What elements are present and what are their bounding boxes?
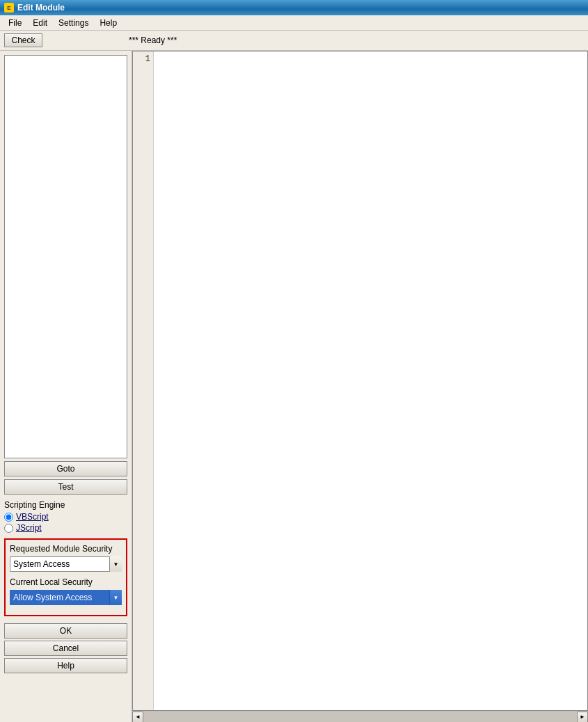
menu-settings[interactable]: Settings bbox=[53, 17, 94, 29]
menu-edit[interactable]: Edit bbox=[27, 17, 53, 29]
main-container: Check *** Ready *** Goto Test Scripting … bbox=[0, 31, 588, 722]
goto-button[interactable]: Goto bbox=[4, 461, 127, 476]
app-icon: E bbox=[4, 3, 14, 13]
menu-file[interactable]: File bbox=[3, 17, 27, 29]
vbscript-radio[interactable] bbox=[4, 513, 13, 522]
current-security-label: Current Local Security bbox=[10, 577, 122, 587]
content-area: Goto Test Scripting Engine VBScript JScr… bbox=[0, 51, 588, 722]
security-section: Requested Module Security System Access … bbox=[4, 538, 127, 616]
menu-help[interactable]: Help bbox=[94, 17, 122, 29]
script-list[interactable] bbox=[4, 55, 127, 458]
scroll-left-button[interactable]: ◄ bbox=[132, 712, 143, 723]
right-panel: 1 ◄ ► bbox=[132, 51, 588, 722]
editor-area: 1 bbox=[132, 51, 588, 711]
requested-security-dropdown-wrapper: System Access No Access ▼ bbox=[10, 556, 122, 572]
ok-button[interactable]: OK bbox=[4, 623, 127, 639]
bottom-buttons: OK Cancel Help bbox=[4, 623, 127, 673]
scrollbar-track[interactable] bbox=[143, 712, 577, 722]
current-security-select[interactable]: Allow System Access Deny Access bbox=[10, 590, 122, 605]
requested-security-select[interactable]: System Access No Access bbox=[10, 556, 122, 572]
current-security-dropdown-wrapper: Allow System Access Deny Access ▼ bbox=[10, 590, 122, 605]
scroll-right-button[interactable]: ► bbox=[577, 712, 588, 723]
line-numbers: 1 bbox=[133, 51, 154, 710]
help-button[interactable]: Help bbox=[4, 658, 127, 673]
check-button[interactable]: Check bbox=[4, 33, 42, 47]
vbscript-option[interactable]: VBScript bbox=[4, 512, 127, 522]
scripting-engine-section: Scripting Engine VBScript JScript bbox=[4, 500, 127, 533]
vbscript-label: VBScript bbox=[16, 512, 49, 522]
current-security-group: Current Local Security Allow System Acce… bbox=[10, 577, 122, 605]
title-bar: E Edit Module bbox=[0, 0, 588, 15]
scripting-engine-label: Scripting Engine bbox=[4, 500, 127, 510]
cancel-button[interactable]: Cancel bbox=[4, 641, 127, 656]
test-button[interactable]: Test bbox=[4, 479, 127, 495]
status-text: *** Ready *** bbox=[129, 35, 177, 45]
jscript-radio[interactable] bbox=[4, 524, 13, 533]
window-title: Edit Module bbox=[17, 3, 65, 13]
scroll-left-icon: ◄ bbox=[135, 714, 141, 720]
scroll-right-icon: ► bbox=[580, 714, 585, 720]
menu-bar: File Edit Settings Help bbox=[0, 15, 588, 31]
horizontal-scrollbar[interactable]: ◄ ► bbox=[132, 711, 588, 722]
toolbar: Check *** Ready *** bbox=[0, 31, 588, 51]
jscript-label: JScript bbox=[16, 523, 42, 533]
line-number-1: 1 bbox=[136, 54, 150, 64]
scripting-engine-radio-group: VBScript JScript bbox=[4, 512, 127, 533]
left-panel: Goto Test Scripting Engine VBScript JScr… bbox=[0, 51, 132, 722]
requested-security-label: Requested Module Security bbox=[10, 544, 122, 554]
requested-security-group: Requested Module Security System Access … bbox=[10, 544, 122, 572]
jscript-option[interactable]: JScript bbox=[4, 523, 127, 533]
editor-content[interactable] bbox=[154, 51, 587, 710]
